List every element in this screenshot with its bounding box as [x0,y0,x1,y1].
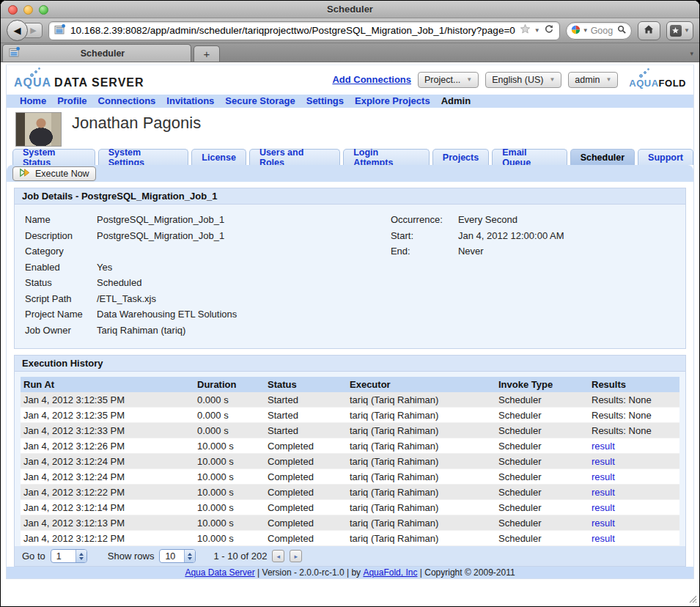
aqua-data-server-logo: AQUADATA SERVER [14,70,144,89]
cell-executor: tariq (Tariq Rahiman) [347,392,495,408]
goto-label: Go to [22,551,45,562]
job-field-label: Name [25,212,97,228]
cell-run-at: Jan 4, 2012 3:12:35 PM [21,408,194,423]
cell-executor: tariq (Tariq Rahiman) [347,469,495,485]
job-field-row: StatusScheduled [25,275,391,291]
tab-list-caret-icon[interactable]: ▾ [690,50,693,57]
result-link[interactable]: result [592,456,615,467]
reload-icon[interactable] [544,24,554,37]
tab-users-and-roles[interactable]: Users and Roles [249,149,340,165]
nav-link-admin[interactable]: Admin [441,95,471,106]
tab-system-settings[interactable]: System Settings [98,149,189,165]
cell-invoke-type: Scheduler [495,500,589,515]
url-dropdown-caret-icon[interactable]: ▼ [534,27,540,34]
account-select[interactable]: admin▼ [568,72,618,88]
logo-bubbles-icon [30,69,43,78]
cell-duration: 10.000 s [194,454,265,469]
browser-tab-scheduler[interactable]: Scheduler [2,44,191,62]
column-header-run-at: Run At [21,377,194,392]
job-field-label: Script Path [25,291,97,307]
tab-scheduler[interactable]: Scheduler [570,149,635,165]
execute-now-button[interactable]: Execute Now [12,166,96,181]
url-bar[interactable]: 10.168.2.39:8082/app/admin/scheduler/tar… [48,21,560,40]
avatar [15,112,62,147]
job-field-row: Project NameData Warehousing ETL Solutio… [25,306,391,323]
prev-page-button[interactable]: ◂ [272,550,284,562]
result-link[interactable]: result [592,502,615,513]
cell-duration: 10.000 s [194,469,265,485]
tab-system-status[interactable]: System Status [12,149,95,165]
nav-link-profile[interactable]: Profile [57,95,86,106]
cell-results: result [589,500,679,515]
nav-link-secure-storage[interactable]: Secure Storage [225,95,295,106]
logo-rest-text: DATA SERVER [54,76,144,89]
bookmark-star-icon[interactable] [520,23,531,37]
job-field-value: Jan 4, 2012 12:00:00 AM [458,228,564,244]
show-rows-spinner[interactable]: 10 [159,549,196,563]
new-tab-button[interactable]: + [194,45,220,62]
tab-email-queue[interactable]: Email Queue [492,149,567,165]
aquafold-logo: AQUAFOLD [629,71,686,89]
cell-results: result [589,515,679,531]
nav-link-explore-projects[interactable]: Explore Projects [355,95,430,106]
job-field-value: Yes [97,260,112,276]
cell-results: result [589,469,679,485]
cell-invoke-type: Scheduler [495,392,589,408]
result-link[interactable]: result [592,487,615,498]
history-row: Jan 4, 2012 3:12:14 PM10.000 sCompletedt… [21,500,679,515]
spinner-arrows-icon[interactable] [75,550,86,562]
spinner-arrows-icon[interactable] [184,550,195,562]
tab-projects[interactable]: Projects [432,149,489,165]
cell-run-at: Jan 4, 2012 3:12:26 PM [21,438,194,454]
job-field-row: Start:Jan 4, 2012 12:00:00 AM [391,228,678,244]
nav-link-home[interactable]: Home [20,95,46,106]
cell-duration: 0.000 s [194,392,265,408]
resize-grip[interactable] [687,593,697,606]
result-link[interactable]: result [592,441,615,452]
bookmarks-caret-icon: ▼ [684,27,690,34]
footer-link-aquafold-inc[interactable]: AquaFold, Inc [363,567,417,578]
cell-status: Started [265,392,347,408]
result-link[interactable]: result [592,471,615,482]
cell-invoke-type: Scheduler [495,408,589,423]
column-header-status: Status [265,377,347,392]
home-button[interactable] [638,21,660,40]
minimize-window-button[interactable] [23,5,33,15]
nav-link-connections[interactable]: Connections [98,95,156,106]
browser-window: Scheduler ◀ ▶ 10.168.2.39:8082/app/admin… [0,0,700,607]
search-engine-caret-icon[interactable]: ▼ [583,27,589,34]
cell-results: Results: None [589,408,679,423]
google-logo-icon [571,24,581,37]
magnifier-icon[interactable] [617,24,627,37]
footer-link-aqua-data-server[interactable]: Aqua Data Server [185,567,254,578]
tab-login-attempts[interactable]: Login Attempts [343,149,430,165]
tab-support[interactable]: Support [638,149,693,165]
job-field-label: Category [25,243,97,260]
tab-license[interactable]: License [191,149,246,165]
result-link[interactable]: result [592,533,615,544]
zoom-window-button[interactable] [39,5,48,15]
page-frame: AQUADATA SERVER Add Connections Project.… [6,65,694,579]
project-select[interactable]: Project...▼ [418,72,479,88]
cell-duration: 10.000 s [194,485,265,500]
search-input[interactable]: Goog [591,26,615,36]
search-box[interactable]: ▼ Goog [566,22,632,40]
language-select[interactable]: English (US)▼ [485,72,561,88]
bookmarks-star-icon [670,25,682,37]
job-field-row: Script Path/ETL_Task.xjs [25,291,391,307]
result-link[interactable]: result [592,518,615,529]
job-field-row: Job OwnerTariq Rahiman (tariq) [25,323,391,339]
history-header-row: Run AtDurationStatusExecutorInvoke TypeR… [21,377,679,392]
cell-executor: tariq (Tariq Rahiman) [347,485,495,500]
bookmarks-button[interactable]: ▼ [666,21,693,40]
close-window-button[interactable] [8,5,18,15]
job-field-label: Start: [391,228,458,244]
goto-page-spinner[interactable]: 1 [51,549,87,563]
add-connections-link[interactable]: Add Connections [332,74,411,85]
back-button[interactable]: ◀ [7,20,28,41]
column-header-duration: Duration [194,377,265,392]
nav-link-invitations[interactable]: Invitations [166,95,214,106]
nav-link-settings[interactable]: Settings [306,95,344,106]
window-title: Scheduler [327,4,373,15]
next-page-button[interactable]: ▸ [290,550,302,562]
